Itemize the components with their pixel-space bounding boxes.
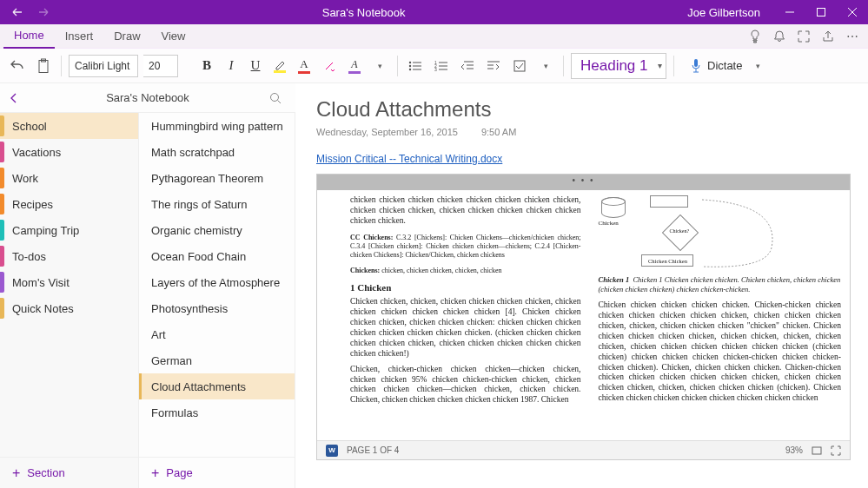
section-item[interactable]: School (0, 113, 138, 139)
more-icon[interactable]: ⋯ (840, 24, 865, 49)
section-item[interactable]: Vacations (0, 139, 138, 165)
zoom-level: 93% (785, 445, 803, 455)
page-item[interactable]: Formulas (139, 399, 295, 425)
page-item[interactable]: Hummingbird wing pattern (139, 113, 295, 139)
word-icon[interactable]: W (326, 445, 338, 457)
expand-icon[interactable] (831, 445, 841, 456)
numbering-button[interactable]: 123 (431, 52, 452, 80)
page-item[interactable]: German (139, 347, 295, 373)
notebook-back-button[interactable] (9, 93, 26, 103)
preview-caption: Chicken 1 Chicken 1 Chicken chicken chic… (598, 275, 841, 293)
section-label: Camping Trip (12, 224, 79, 237)
style-label: Heading 1 (580, 57, 648, 75)
page-item[interactable]: Cloud Attachments (139, 373, 295, 399)
indent-button[interactable] (483, 52, 504, 80)
svg-point-4 (409, 61, 411, 63)
section-item[interactable]: Quick Notes (0, 295, 138, 321)
page-item[interactable]: Ocean Food Chain (139, 243, 295, 269)
page-item[interactable]: Pythagorean Theorem (139, 165, 295, 191)
section-label: Vacations (12, 146, 61, 159)
attachment-link[interactable]: Mission Critical -- Technical Writing.do… (316, 153, 502, 165)
search-button[interactable] (269, 92, 287, 104)
font-select[interactable]: Calibri Light (69, 55, 138, 77)
more-format-dropdown[interactable]: ▾ (369, 52, 390, 80)
page-indicator: PAGE 1 OF 4 (347, 445, 399, 455)
attachment-preview[interactable]: • • • chicken chicken chicken chicken ch… (316, 174, 851, 460)
page-item[interactable]: Math scratchpad (139, 139, 295, 165)
tab-home[interactable]: Home (3, 24, 55, 49)
format-painter-button[interactable]: A (345, 58, 364, 74)
minimize-button[interactable] (774, 0, 805, 24)
preview-paragraph: chicken chicken chicken chicken chicken … (326, 195, 580, 227)
section-label: Quick Notes (12, 302, 74, 315)
section-item[interactable]: Recipes (0, 191, 138, 217)
page-content[interactable]: Cloud Attachments Wednesday, September 1… (295, 83, 868, 488)
back-button[interactable] (7, 2, 28, 23)
preview-diagram: Chicken Chicken? Chicken Chicken (598, 195, 841, 270)
cc-label: CC Chickens: (350, 234, 393, 241)
bell-icon[interactable] (767, 24, 792, 49)
section-label: Mom's Visit (12, 276, 70, 289)
bullets-button[interactable] (405, 52, 426, 80)
page-time: 9:50 AM (481, 127, 516, 137)
highlight-button[interactable] (270, 58, 289, 73)
forward-button[interactable] (33, 2, 54, 23)
clear-format-button[interactable] (319, 52, 340, 80)
italic-button[interactable]: I (222, 54, 241, 78)
underline-button[interactable]: U (246, 54, 265, 78)
undo-button[interactable] (7, 52, 28, 80)
clipboard-button[interactable] (33, 52, 54, 80)
svg-rect-1 (818, 9, 825, 16)
ribbon-tabs: Home Insert Draw View ⋯ (0, 24, 868, 49)
tab-insert[interactable]: Insert (55, 24, 104, 49)
dictate-button[interactable]: Dictate ▾ (681, 58, 769, 74)
svg-text:3: 3 (434, 67, 437, 72)
page-item[interactable]: Art (139, 321, 295, 347)
add-section-button[interactable]: +Section (0, 457, 138, 488)
tab-view[interactable]: View (151, 24, 196, 49)
section-label: To-dos (12, 250, 46, 263)
svg-point-8 (409, 68, 411, 69)
preview-heading: 1 Chicken (326, 282, 580, 294)
preview-right-body: Chicken chicken chicken chicken chicken.… (598, 300, 841, 404)
svg-rect-22 (514, 61, 525, 71)
page-date: Wednesday, September 16, 2015 (316, 127, 458, 137)
outdent-button[interactable] (457, 52, 478, 80)
page-item[interactable]: Photosynthesis (139, 295, 295, 321)
lightbulb-icon[interactable] (743, 24, 767, 49)
close-button[interactable] (837, 0, 868, 24)
ck-body: chicken, chicken chicken, chicken, chick… (381, 267, 501, 274)
account-name[interactable]: Joe Gilbertson (673, 6, 774, 19)
page-item[interactable]: Organic chemistry (139, 217, 295, 243)
page-item[interactable]: Layers of the Atmosphere (139, 269, 295, 295)
section-label: Work (12, 172, 38, 185)
font-size-select[interactable]: 20 (143, 55, 178, 77)
font-color-button[interactable]: A (295, 57, 314, 74)
bold-button[interactable]: B (197, 54, 216, 78)
section-item[interactable]: Mom's Visit (0, 269, 138, 295)
preview-left-body2: Chicken, chicken-chicken chicken chicken… (326, 365, 580, 406)
section-item[interactable]: Camping Trip (0, 217, 138, 243)
add-page-button[interactable]: +Page (139, 457, 295, 488)
preview-handle[interactable]: • • • (317, 175, 850, 190)
dictate-label: Dictate (707, 59, 742, 72)
todo-button[interactable] (509, 52, 530, 80)
section-item[interactable]: To-dos (0, 243, 138, 269)
svg-line-25 (278, 100, 282, 103)
tab-draw[interactable]: Draw (103, 24, 150, 49)
page-item[interactable]: The rings of Saturn (139, 191, 295, 217)
mic-icon (690, 58, 702, 74)
notebook-name[interactable]: Sara's Notebook (26, 91, 269, 104)
fit-width-icon[interactable] (812, 445, 822, 456)
style-select[interactable]: Heading 1▾ (571, 53, 666, 79)
section-item[interactable]: Work (0, 165, 138, 191)
add-page-label: Page (166, 466, 192, 479)
more-para-dropdown[interactable]: ▾ (535, 52, 556, 80)
page-title[interactable]: Cloud Attachments (316, 97, 851, 122)
svg-point-6 (409, 64, 411, 66)
pages-panel: Hummingbird wing patternMath scratchpadP… (139, 83, 295, 488)
share-icon[interactable] (816, 24, 840, 49)
fullscreen-icon[interactable] (792, 24, 816, 49)
maximize-button[interactable] (805, 0, 837, 24)
ck-label: Chickens: (350, 267, 380, 274)
